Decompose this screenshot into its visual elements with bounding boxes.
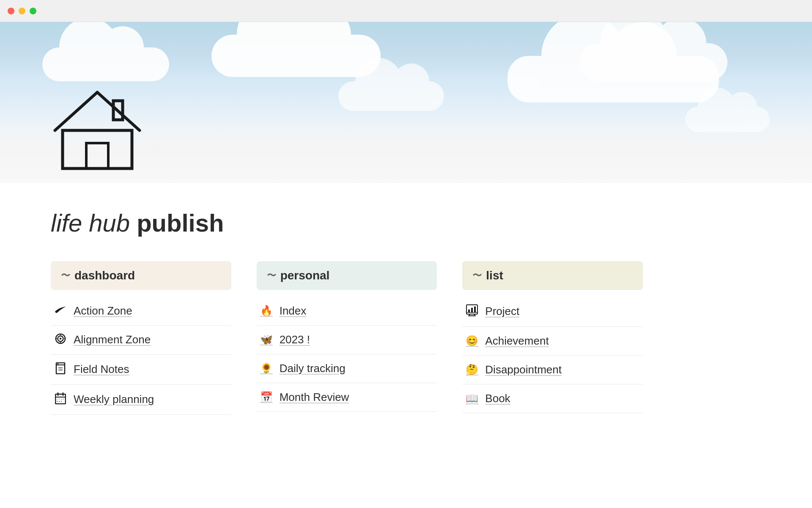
book-item[interactable]: 📖 Book [462,384,643,413]
achievement-item[interactable]: 😊 Achievement [462,327,643,356]
columns-container: 〜 dashboard Action Zone [51,261,643,415]
cloud-decoration-4 [338,81,444,111]
hero-banner [0,22,812,183]
disappointment-label: Disappointment [485,363,562,376]
svg-point-5 [60,337,62,340]
weekly-planning-item[interactable]: Weekly planning [51,385,231,415]
svg-rect-28 [468,309,470,312]
smile-icon: 😊 [466,335,478,347]
title-bar [0,0,812,22]
daily-tracking-label: Daily tracking [280,362,346,375]
dashboard-column: 〜 dashboard Action Zone [51,261,231,415]
main-content: life hub publish 〜 dashboard Action Zone [0,183,812,449]
svg-rect-2 [86,143,108,168]
list-header: 〜 list [462,261,643,290]
daily-tracking-item[interactable]: 🌻 Daily tracking [257,354,437,383]
svg-point-20 [59,399,60,400]
minimize-button[interactable] [19,8,25,14]
personal-header: 〜 personal [257,261,437,290]
open-book-icon: 📖 [466,392,478,404]
project-label: Project [485,305,519,318]
list-wave-icon: 〜 [472,269,482,282]
cloud-decoration-2 [211,35,381,77]
svg-rect-30 [474,306,476,312]
list-column: 〜 list Project [462,261,643,415]
close-button[interactable] [8,8,14,14]
personal-title: personal [280,269,330,282]
year-2023-label: 2023 ! [280,333,310,346]
book-label: Book [485,392,510,405]
month-review-item[interactable]: 📅 Month Review [257,383,437,412]
disappointment-item[interactable]: 🤔 Disappointment [462,356,643,384]
project-item[interactable]: Project [462,297,643,327]
field-notes-label: Field Notes [74,363,129,376]
notebook-icon [54,362,67,377]
action-zone-item[interactable]: Action Zone [51,297,231,326]
svg-rect-29 [471,308,473,312]
svg-point-21 [61,399,62,400]
butterfly-icon: 🦋 [260,334,273,345]
index-item[interactable]: 🔥 Index [257,297,437,326]
index-label: Index [280,304,307,318]
cloud-decoration-5 [508,56,719,102]
alignment-zone-item[interactable]: Alignment Zone [51,326,231,355]
page-title-bold: publish [137,209,224,237]
fire-icon: 🔥 [260,305,273,317]
page-title-italic: life hub [51,209,130,237]
action-zone-label: Action Zone [74,304,132,318]
personal-wave-icon: 〜 [267,269,276,282]
cloud-decoration-1 [42,47,169,81]
svg-rect-1 [63,130,132,168]
thinking-icon: 🤔 [466,364,478,375]
svg-point-24 [59,401,60,402]
sunflower-icon: 🌻 [260,362,273,374]
month-review-label: Month Review [280,391,349,404]
list-title: list [486,269,503,282]
field-notes-item[interactable]: Field Notes [51,355,231,385]
svg-point-19 [57,399,58,400]
house-illustration [51,88,144,174]
cloud-decoration-6 [685,107,770,132]
personal-column: 〜 personal 🔥 Index 🦋 2023 ! 🌻 Daily trac… [257,261,437,415]
year-2023-item[interactable]: 🦋 2023 ! [257,326,437,354]
achievement-label: Achievement [485,334,549,348]
svg-point-25 [61,401,62,402]
alignment-zone-label: Alignment Zone [74,333,151,346]
calendar-icon [54,392,67,407]
page-title: life hub publish [51,208,761,238]
weekly-planning-label: Weekly planning [74,393,154,406]
chart-icon [466,304,478,319]
dashboard-wave-icon: 〜 [61,269,70,282]
target-icon [54,333,67,347]
nike-icon [54,305,67,317]
dashboard-header: 〜 dashboard [51,261,231,290]
svg-point-22 [63,399,64,400]
calendar-month-icon: 📅 [260,391,273,403]
maximize-button[interactable] [30,8,36,14]
svg-point-23 [57,401,58,402]
dashboard-title: dashboard [74,269,135,282]
